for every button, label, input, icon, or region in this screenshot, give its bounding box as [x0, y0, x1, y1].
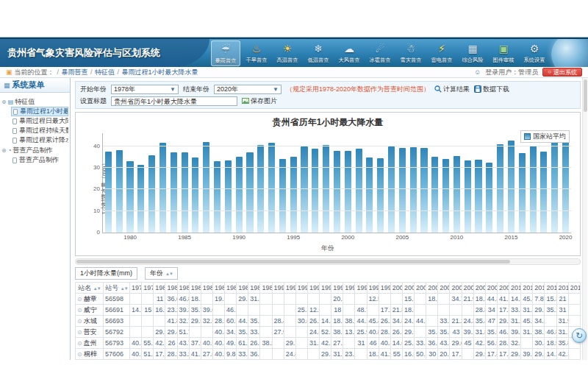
- bar-1994[interactable]: [279, 159, 286, 233]
- year-header-2004[interactable]: 2004: [438, 283, 450, 294]
- bar-2007[interactable]: [420, 148, 427, 233]
- sidebar-item[interactable]: 普查产品制作: [11, 155, 68, 165]
- breadcrumb-item[interactable]: 特征值: [95, 68, 115, 76]
- end-year-select[interactable]: 2020年 ▼: [214, 85, 282, 94]
- sort-icons[interactable]: ▲▼: [121, 286, 128, 291]
- measure-field-box[interactable]: 1小时降水量(mm): [75, 267, 137, 280]
- year-header-2015[interactable]: 2015: [568, 283, 580, 294]
- year-header-2012[interactable]: 2012: [533, 283, 545, 294]
- chart-title-input[interactable]: 贵州省历年1小时最大降水量: [111, 96, 237, 106]
- bar-1991[interactable]: [246, 152, 253, 233]
- expand-row-icon[interactable]: ⊙: [77, 307, 82, 314]
- breadcrumb-item[interactable]: 暴雨普查: [62, 68, 88, 76]
- bar-2005[interactable]: [399, 148, 406, 233]
- bar-1984[interactable]: [171, 152, 177, 233]
- bar-1987[interactable]: [203, 142, 209, 233]
- sort-icons[interactable]: ▲▼: [165, 272, 173, 276]
- bar-2016[interactable]: [519, 153, 526, 233]
- year-header-2009[interactable]: 2009: [497, 283, 509, 294]
- breadcrumb-item[interactable]: 暴雨过程1小时最大降水量: [122, 68, 198, 76]
- tree-group-1[interactable]: ⊕◔普查产品制作: [1, 145, 68, 155]
- save-image-button[interactable]: 保存图片: [242, 96, 277, 106]
- expand-row-icon[interactable]: ⊙: [77, 340, 82, 347]
- column-field-box[interactable]: 年份 ▲▼: [145, 267, 178, 280]
- download-button[interactable]: 数据下载: [474, 85, 509, 94]
- sidebar-item[interactable]: 暴雨过程累计降水量: [11, 135, 68, 145]
- bar-2013[interactable]: [486, 163, 492, 233]
- bar-2012[interactable]: [475, 160, 481, 233]
- year-header-2014[interactable]: 2014: [556, 283, 568, 294]
- expand-row-icon[interactable]: ⊙: [77, 351, 82, 358]
- bar-1997[interactable]: [312, 149, 318, 233]
- year-header-1986[interactable]: 1986: [225, 283, 237, 294]
- expand-row-icon[interactable]: ⊙: [77, 329, 82, 336]
- bar-1993[interactable]: [268, 143, 275, 233]
- year-header-1988[interactable]: 1988: [248, 283, 260, 294]
- station-name-cell[interactable]: ⊙赫章: [76, 294, 104, 305]
- toolbar-item-rainstorm[interactable]: ☔暴雨普查: [211, 40, 240, 66]
- year-header-1993[interactable]: 1993: [307, 283, 319, 294]
- bar-2015[interactable]: [508, 141, 514, 233]
- year-header-2005[interactable]: 2005: [450, 283, 462, 294]
- year-header-2007[interactable]: 2007: [473, 283, 485, 294]
- toolbar-item-hail[interactable]: ☄冰雹普查: [365, 40, 395, 66]
- bar-1981[interactable]: [137, 165, 144, 233]
- toolbar-item-map-review[interactable]: ▣图件审核: [489, 40, 518, 66]
- bar-2000[interactable]: [345, 151, 351, 233]
- toolbar-item-high-temp[interactable]: ☀高温普查: [273, 40, 302, 66]
- bar-1983[interactable]: [159, 143, 166, 233]
- year-header-1978[interactable]: 1978: [130, 283, 142, 294]
- toolbar-item-wind[interactable]: ☁大风普查: [334, 40, 364, 66]
- bar-1985[interactable]: [182, 152, 188, 233]
- bar-1990[interactable]: [236, 157, 243, 233]
- bar-1980[interactable]: [126, 161, 133, 233]
- bar-2002[interactable]: [366, 158, 373, 233]
- expand-row-icon[interactable]: ⊙: [77, 318, 82, 325]
- year-header-1997[interactable]: 1997: [355, 283, 367, 294]
- year-header-1983[interactable]: 1983: [189, 283, 201, 294]
- year-header-1995[interactable]: 1995: [331, 283, 343, 294]
- floating-widget-button[interactable]: ↻: [572, 328, 587, 343]
- year-header-1992[interactable]: 1992: [295, 283, 307, 294]
- bar-2004[interactable]: [388, 146, 395, 233]
- start-year-select[interactable]: 1978年 ▼: [111, 85, 179, 94]
- toolbar-item-composite-risk[interactable]: ▦综合风险: [458, 40, 487, 66]
- bar-2006[interactable]: [410, 147, 417, 233]
- bar-1986[interactable]: [192, 158, 198, 233]
- station-name-cell[interactable]: ⊙威宁: [76, 305, 104, 316]
- logout-button[interactable]: ○ 退出系统: [542, 68, 582, 77]
- station-name-cell[interactable]: ⊙桐梓: [76, 349, 104, 360]
- year-header-2001[interactable]: 2001: [402, 283, 414, 294]
- year-header-1991[interactable]: 1991: [284, 283, 295, 294]
- bar-1999[interactable]: [334, 151, 340, 233]
- toolbar-item-snow[interactable]: ☃雪灾普查: [396, 40, 426, 66]
- expand-icon[interactable]: ⊕: [1, 147, 7, 154]
- sidebar-item[interactable]: 暴雨过程1小时最大降水量: [11, 107, 68, 116]
- station-name-header[interactable]: 站名 ▲▼: [76, 283, 104, 294]
- expand-icon[interactable]: ⊕: [1, 99, 7, 105]
- station-id-header[interactable]: 站号 ▲▼: [104, 283, 130, 294]
- year-header-1985[interactable]: 1985: [212, 283, 224, 294]
- bar-1988[interactable]: [214, 161, 220, 233]
- year-header-1980[interactable]: 1980: [154, 283, 165, 294]
- bar-1979[interactable]: [116, 150, 123, 233]
- horizontal-scrollbar-thumb[interactable]: [76, 260, 510, 263]
- year-header-1999[interactable]: 1999: [379, 283, 390, 294]
- compute-button[interactable]: 计算结果: [434, 85, 470, 94]
- bar-2020[interactable]: [562, 138, 569, 233]
- toolbar-item-lightning[interactable]: ⚡雷电普查: [427, 40, 456, 66]
- year-header-2006[interactable]: 2006: [462, 283, 473, 294]
- expand-row-icon[interactable]: ⊙: [77, 296, 82, 302]
- year-header-2010[interactable]: 2010: [509, 283, 521, 294]
- sort-icons[interactable]: ▲▼: [93, 286, 101, 291]
- bar-2008[interactable]: [431, 157, 438, 233]
- bar-1995[interactable]: [290, 157, 297, 233]
- year-header-2013[interactable]: 2013: [545, 283, 556, 294]
- sidebar-item[interactable]: 暴雨过程持续天数: [11, 126, 68, 135]
- bar-1996[interactable]: [301, 146, 307, 233]
- tree-group-0[interactable]: ⊕▤特征值: [1, 96, 68, 107]
- sidebar-item[interactable]: 暴雨过程日最大降水量: [11, 116, 68, 126]
- year-header-1996[interactable]: 1996: [343, 283, 355, 294]
- station-name-cell[interactable]: ⊙水城: [76, 316, 104, 327]
- bar-2019[interactable]: [551, 136, 558, 233]
